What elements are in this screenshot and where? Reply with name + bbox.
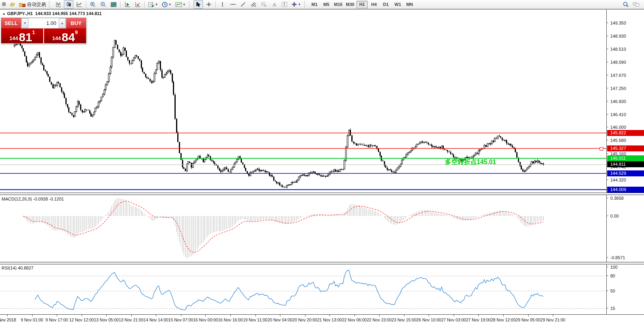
svg-text:F: F	[265, 5, 266, 7]
time-label: 19 Nov 11:00	[243, 317, 268, 322]
timeframe-m5[interactable]: M5	[321, 1, 332, 8]
volume-input[interactable]: 1.00	[29, 18, 59, 28]
symbol-ohlc-readout: ▲GBPJPY-,H1 144.933 144.955 144.773 144.…	[2, 11, 102, 16]
timeframe-h4[interactable]: H4	[368, 1, 380, 8]
pane-separator-rsi[interactable]	[0, 262, 644, 264]
time-label: 29 Nov 05:00	[516, 317, 540, 322]
timeframe-h1[interactable]: H1	[356, 1, 368, 8]
new-order-label[interactable]: 单	[2, 1, 6, 8]
svg-text:E: E	[255, 5, 256, 7]
time-tick	[503, 315, 504, 316]
bar-chart-icon[interactable]	[54, 0, 63, 9]
timeframe-m30[interactable]: M30	[345, 1, 356, 8]
svg-text:T: T	[283, 2, 286, 7]
hline-selection-marker[interactable]	[600, 147, 603, 151]
profiles-button[interactable]: ▼	[160, 0, 173, 9]
buy-price-prefix: 144	[52, 35, 61, 41]
macd-indicator-pane[interactable]	[0, 195, 606, 262]
time-tick	[454, 315, 454, 316]
time-tick	[553, 315, 553, 316]
volume-increase-button[interactable]: ▲	[59, 18, 66, 28]
templates-icon	[175, 2, 182, 7]
trendline-icon[interactable]	[238, 0, 248, 9]
price-level-label: 144.811	[607, 161, 644, 167]
sell-button[interactable]: SELL	[1, 18, 21, 29]
pane-separator-macd[interactable]	[0, 193, 644, 195]
rsi-label: RSI(14) 40.8827	[2, 266, 34, 270]
svg-text:A: A	[272, 2, 276, 7]
chat-icon[interactable]	[631, 0, 641, 9]
ohlc-values: 144.933 144.955 144.773 144.811	[35, 11, 102, 16]
zoom-in-icon[interactable]	[88, 0, 98, 9]
time-tick	[156, 315, 156, 316]
timeframe-m1[interactable]: M1	[309, 1, 320, 8]
vertical-line-icon[interactable]	[218, 0, 227, 9]
buy-button[interactable]: BUY	[66, 18, 86, 29]
chevron-down-icon: ▼	[155, 3, 158, 6]
time-axis[interactable]: Nov 20189 Nov 01:009 Nov 17:0012 Nov 12:…	[0, 314, 644, 325]
time-label: 9 Nov 17:00	[46, 317, 68, 322]
arrows-icon	[291, 2, 297, 7]
timeframe-d1[interactable]: D1	[380, 1, 391, 8]
time-label: 14 Nov 14:00	[144, 317, 168, 322]
candlestick-chart-icon[interactable]	[64, 0, 73, 9]
chart-annotation-text: 多空转折点145.01	[445, 158, 496, 166]
time-label: 9 Nov 01:00	[21, 317, 43, 322]
chevron-down-icon: ▼	[298, 3, 301, 6]
collapse-icon[interactable]: ▲	[2, 12, 6, 15]
toolbar-handle	[189, 1, 192, 8]
time-label: Nov 2018	[0, 317, 16, 322]
equidistant-channel-icon[interactable]: E	[249, 0, 258, 9]
timeframe-mn[interactable]: MN	[404, 1, 415, 8]
timeframe-w1[interactable]: W1	[392, 1, 403, 8]
price-axis[interactable]: 149.350148.930148.510148.090147.670147.2…	[606, 10, 644, 314]
one-click-trading-panel: SELL ▼ 1.00 ▲ BUY 144 81 1 144 84 9	[1, 17, 86, 44]
price-level-label: 144.529	[607, 170, 644, 176]
buy-price-display[interactable]: 144 84 9	[44, 29, 86, 43]
zoom-out-icon[interactable]	[98, 0, 108, 9]
new-order-icon[interactable]	[8, 0, 17, 9]
time-label: 16 Nov 00:00	[193, 317, 218, 322]
time-tick	[205, 315, 206, 316]
text-icon[interactable]: A	[269, 0, 279, 9]
new-chart-button[interactable]: ▼	[147, 0, 159, 9]
toolbar-handle	[304, 1, 307, 8]
templates-button[interactable]: ▼	[174, 0, 187, 9]
time-tick	[7, 315, 8, 316]
crosshair-icon[interactable]	[204, 0, 213, 9]
time-label: 29 Nov 21:00	[540, 317, 565, 322]
price-level-label: 144.009	[607, 187, 644, 193]
time-tick	[106, 315, 107, 316]
auto-scroll-icon[interactable]	[123, 0, 132, 9]
sell-price-display[interactable]: 144 81 1	[1, 29, 43, 43]
fibonacci-icon[interactable]: F	[259, 0, 268, 9]
time-label: 21 Nov 13:00	[317, 317, 342, 322]
tile-windows-icon[interactable]	[109, 0, 118, 9]
rsi-indicator-pane[interactable]	[0, 264, 606, 314]
sell-price-big: 81	[19, 32, 32, 42]
cursor-icon[interactable]	[194, 0, 203, 9]
autotrading-label: 自动交易	[27, 1, 46, 8]
sell-price-sup: 1	[32, 29, 35, 35]
time-label: 26 Nov 10:00	[416, 317, 441, 322]
volume-stepper: ▼ 1.00 ▲	[21, 18, 66, 29]
volume-decrease-button[interactable]: ▼	[21, 18, 29, 28]
time-tick	[32, 315, 33, 316]
buy-price-big: 84	[62, 32, 75, 42]
autotrading-button[interactable]: 自动交易	[18, 0, 47, 9]
chevron-down-icon: ▼	[183, 3, 186, 6]
arrows-button[interactable]: ▼	[290, 0, 303, 9]
time-label: 28 Nov 12:00	[491, 317, 516, 322]
time-label: 13 Nov 21:00	[119, 317, 144, 322]
line-chart-icon[interactable]	[74, 0, 84, 9]
time-tick	[305, 315, 305, 316]
price-level-label: 145.822	[607, 130, 644, 136]
time-tick	[255, 315, 256, 316]
timeframe-m15[interactable]: M15	[333, 1, 344, 8]
search-icon[interactable]	[621, 0, 631, 9]
chart-shift-icon[interactable]	[133, 0, 142, 9]
horizontal-line-icon[interactable]	[228, 0, 238, 9]
text-label-icon[interactable]: T	[280, 0, 289, 9]
time-tick	[280, 315, 280, 316]
main-price-chart[interactable]	[0, 10, 606, 193]
